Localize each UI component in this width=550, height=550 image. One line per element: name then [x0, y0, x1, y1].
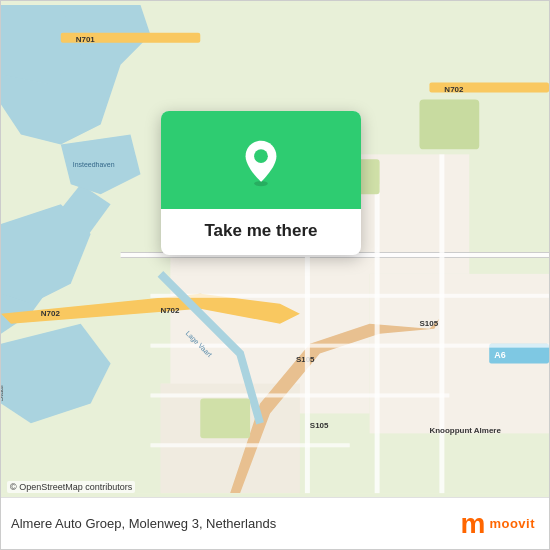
footer-address: Almere Auto Groep, Molenweg 3, Netherlan… [11, 516, 460, 531]
svg-text:N702: N702 [160, 306, 180, 315]
svg-text:Insteedhaven: Insteedhaven [73, 161, 115, 168]
svg-rect-24 [150, 393, 449, 397]
location-pin-icon [237, 139, 285, 187]
popup-card-body: Take me there [161, 209, 361, 255]
moovit-brand-name: moovit [489, 516, 535, 531]
footer-bar: Almere Auto Groep, Molenweg 3, Netherlan… [1, 497, 549, 549]
app: N701 N702 N702 N702 S105 S105 S105 A6 [0, 0, 550, 550]
svg-rect-30 [419, 100, 479, 150]
svg-text:N701: N701 [76, 35, 96, 44]
svg-text:Staaf: Staaf [1, 385, 4, 401]
location-popup: Take me there [161, 111, 361, 255]
moovit-m-letter: m [460, 510, 485, 538]
svg-text:S105: S105 [310, 421, 329, 430]
svg-point-34 [254, 149, 268, 163]
svg-rect-20 [375, 184, 380, 493]
map-container: N701 N702 N702 N702 S105 S105 S105 A6 [1, 1, 549, 497]
svg-text:N702: N702 [41, 309, 61, 318]
svg-rect-32 [200, 398, 250, 438]
svg-text:S105: S105 [419, 319, 438, 328]
svg-rect-21 [439, 154, 444, 493]
map-attribution: © OpenStreetMap contributors [7, 481, 135, 493]
svg-text:A6: A6 [494, 350, 505, 360]
svg-rect-22 [150, 294, 549, 298]
take-me-there-button[interactable]: Take me there [204, 221, 317, 241]
popup-card-header [161, 111, 361, 209]
svg-rect-18 [121, 257, 549, 258]
svg-text:N702: N702 [444, 85, 464, 94]
svg-rect-23 [150, 344, 549, 348]
svg-text:Knooppunt Almere: Knooppunt Almere [429, 426, 501, 435]
moovit-logo: m moovit [460, 510, 535, 538]
svg-rect-25 [150, 443, 349, 447]
